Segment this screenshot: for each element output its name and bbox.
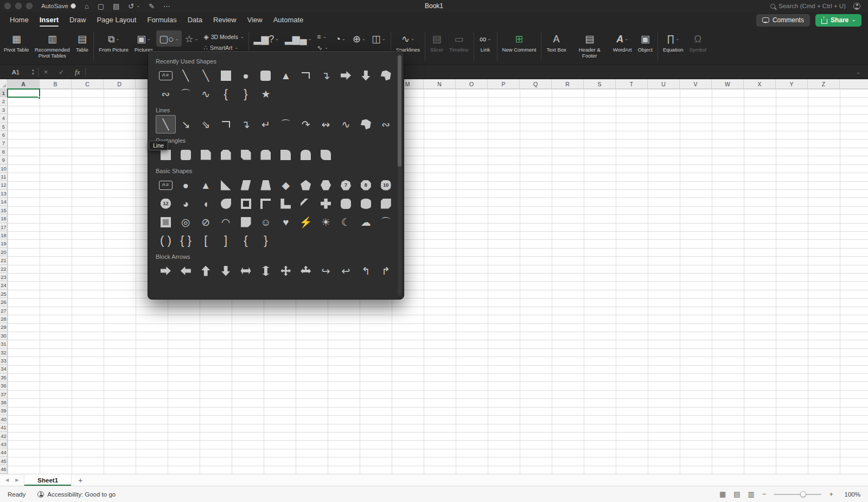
shape-left-bracket[interactable]: [ — [196, 231, 216, 250]
column-chart-button[interactable]: ▂▆▄⌄ — [282, 30, 314, 47]
shape-curved-arrow-connector[interactable]: ↷ — [296, 115, 316, 134]
prev-sheet-button[interactable]: ◀ — [5, 478, 9, 482]
tab-review[interactable]: Review — [208, 12, 242, 28]
row-header-15[interactable]: 15 — [0, 206, 7, 214]
tab-automate[interactable]: Automate — [268, 12, 309, 28]
row-header-10[interactable]: 10 — [0, 164, 7, 173]
next-sheet-button[interactable]: ▶ — [15, 478, 18, 482]
column-header-A[interactable]: A — [8, 79, 40, 88]
page-break-view-button[interactable]: ▥ — [748, 490, 755, 498]
row-header-13[interactable]: 13 — [0, 189, 7, 198]
shape-snip-and-round-single-corner-rectangle[interactable] — [256, 145, 276, 164]
shape-oval[interactable]: ● — [176, 176, 196, 194]
shape-pie[interactable]: ◕ — [176, 194, 196, 213]
object-button[interactable]: ▣Object — [635, 30, 655, 54]
print-icon[interactable]: ▤ — [113, 3, 119, 10]
tab-insert[interactable]: Insert — [34, 12, 64, 28]
shape-isosceles-triangle[interactable]: ▲ — [276, 66, 296, 85]
row-header-23[interactable]: 23 — [0, 273, 7, 281]
icons-button[interactable]: ☆⌄ — [182, 30, 201, 47]
shape-line-arrow[interactable]: ↘ — [176, 115, 196, 134]
grid-cells[interactable] — [8, 89, 868, 474]
sheet-tab-sheet1[interactable]: Sheet1 — [24, 474, 72, 486]
symbol-button[interactable]: ΩSymbol — [686, 30, 709, 54]
share-people-icon[interactable] — [853, 3, 860, 10]
row-header-8[interactable]: 8 — [0, 148, 7, 156]
shape-half-frame[interactable] — [256, 194, 276, 213]
text-box-button[interactable]: AText Box — [544, 30, 569, 54]
row-header-31[interactable]: 31 — [0, 340, 7, 348]
tab-page-layout[interactable]: Page Layout — [91, 12, 142, 28]
shape-oval[interactable]: ● — [236, 66, 256, 85]
shape-round-diagonal-corner-rectangle[interactable] — [316, 145, 336, 164]
column-header-X[interactable]: X — [744, 79, 776, 88]
row-header-16[interactable]: 16 — [0, 214, 7, 223]
shape-sun[interactable]: ☀ — [316, 213, 336, 231]
shape-scribble[interactable]: ∾ — [156, 85, 176, 103]
shape-arc[interactable]: ⌒ — [376, 213, 396, 231]
shape-dodecagon[interactable]: 12 — [156, 194, 176, 213]
tab-view[interactable]: View — [242, 12, 268, 28]
shape-right-triangle[interactable] — [216, 176, 236, 194]
shape-isosceles-triangle[interactable]: ▲ — [196, 176, 216, 194]
row-header-42[interactable]: 42 — [0, 432, 7, 440]
shape-hexagon[interactable] — [316, 176, 336, 194]
wordart-button[interactable]: A⌄WordArt — [610, 30, 635, 54]
row-header-1[interactable]: 1 — [0, 89, 7, 97]
row-header-24[interactable]: 24 — [0, 281, 7, 289]
shape-elbow-arrow-connector[interactable]: ↴ — [316, 66, 336, 85]
shape-curve[interactable]: ∿ — [196, 85, 216, 103]
shape-regular-pentagon[interactable] — [296, 176, 316, 194]
minimize-window-button[interactable] — [15, 3, 22, 9]
name-box-stepper[interactable]: ▲▼ — [31, 68, 38, 75]
column-header-U[interactable]: U — [648, 79, 680, 88]
shape-bent-up-arrow[interactable]: ↱ — [376, 262, 396, 280]
shape-teardrop[interactable] — [216, 194, 236, 213]
shape-right-arrow[interactable] — [156, 262, 176, 280]
row-header-40[interactable]: 40 — [0, 415, 7, 423]
shape-freeform[interactable] — [376, 66, 396, 85]
row-header-26[interactable]: 26 — [0, 298, 7, 306]
link-button[interactable]: ∞⌄Link — [476, 30, 495, 54]
recommended-charts-button[interactable]: ▂▆?⌄ — [251, 30, 282, 47]
row-header-6[interactable]: 6 — [0, 131, 7, 139]
row-header-39[interactable]: 39 — [0, 406, 7, 415]
shape-round-single-corner-rectangle[interactable] — [276, 145, 296, 164]
shape-left-arrow[interactable] — [176, 262, 196, 280]
shape-text-box[interactable]: A≡ — [156, 176, 176, 194]
shape-elbow-connector[interactable] — [296, 66, 316, 85]
enter-button[interactable]: ✓ — [53, 68, 69, 76]
column-header-V[interactable]: V — [680, 79, 712, 88]
shape-scribble[interactable]: ∾ — [376, 115, 396, 134]
shape-down-arrow[interactable] — [356, 66, 376, 85]
shape-frame[interactable] — [236, 194, 256, 213]
shape-left-right-arrow[interactable] — [236, 262, 256, 280]
shape-l-shape[interactable] — [276, 194, 296, 213]
shape-heart[interactable]: ♥ — [276, 213, 296, 231]
zoom-level[interactable]: 100% — [841, 491, 860, 498]
zoom-out-button[interactable]: − — [762, 490, 767, 498]
shape-rounded-rectangle[interactable] — [256, 66, 276, 85]
header-footer-button[interactable]: ▤Header & Footer — [570, 30, 610, 60]
shape-plaque[interactable] — [336, 194, 356, 213]
row-header-12[interactable]: 12 — [0, 181, 7, 189]
column-header-T[interactable]: T — [616, 79, 648, 88]
shape-right-brace[interactable]: } — [236, 85, 256, 103]
row-header-21[interactable]: 21 — [0, 256, 7, 264]
shape-lightning-bolt[interactable]: ⚡ — [296, 213, 316, 231]
more-options-icon[interactable]: ⋯ — [163, 3, 170, 10]
shape-diamond[interactable]: ◆ — [276, 176, 296, 194]
fill-handle[interactable] — [38, 97, 41, 99]
zoom-slider[interactable] — [774, 494, 821, 495]
shape-moon[interactable]: ☾ — [336, 213, 356, 231]
pie-chart-button[interactable]: ◔⌄ — [331, 30, 349, 47]
new-comment-button[interactable]: ⊞New Comment — [500, 30, 539, 54]
shape-block-arc[interactable]: ◠ — [216, 213, 236, 231]
shape-heptagon[interactable]: 7 — [336, 176, 356, 194]
column-header-D[interactable]: D — [104, 79, 136, 88]
row-header-38[interactable]: 38 — [0, 398, 7, 406]
shape-decagon[interactable]: 10 — [376, 176, 396, 194]
shape-text-box[interactable]: A≡ — [156, 66, 176, 85]
shape-up-down-arrow[interactable] — [256, 262, 276, 280]
shape-folded-corner[interactable] — [236, 213, 256, 231]
